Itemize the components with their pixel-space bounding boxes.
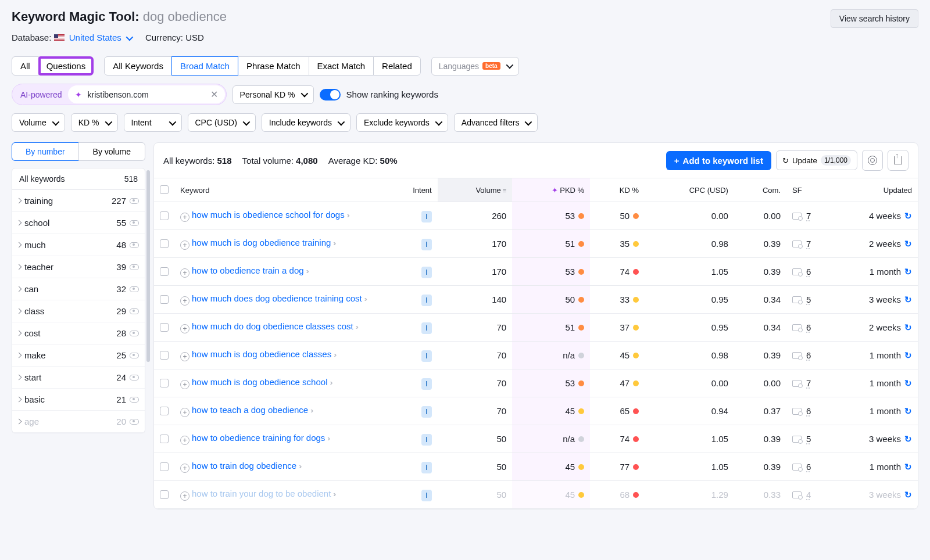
- keyword-link[interactable]: how to train dog obedience: [192, 461, 296, 471]
- refresh-icon[interactable]: ↻: [904, 434, 912, 444]
- col-updated[interactable]: Updated: [821, 178, 918, 202]
- eye-icon[interactable]: [130, 375, 139, 380]
- row-checkbox[interactable]: [160, 490, 169, 499]
- add-keyword-icon[interactable]: +: [180, 380, 189, 389]
- col-keyword[interactable]: Keyword: [174, 178, 384, 202]
- row-checkbox[interactable]: [160, 323, 169, 332]
- tab-all[interactable]: All: [12, 56, 39, 76]
- eye-icon[interactable]: [130, 242, 139, 248]
- row-checkbox[interactable]: [160, 435, 169, 443]
- keyword-link[interactable]: how much do dog obedience classes cost: [192, 321, 353, 331]
- sidebar-item-basic[interactable]: basic21: [12, 389, 145, 411]
- domain-input[interactable]: ✦ kristibenson.com ✕: [68, 85, 225, 103]
- personal-kd-dropdown[interactable]: Personal KD %: [233, 85, 314, 104]
- col-pkd[interactable]: ✦PKD %: [512, 178, 590, 202]
- serp-icon[interactable]: [792, 324, 802, 331]
- keyword-link[interactable]: how much is dog obedience training: [192, 238, 331, 247]
- tab-questions[interactable]: Questions: [38, 56, 94, 76]
- keyword-link[interactable]: how to train your dog to be obedient: [192, 489, 331, 498]
- serp-icon[interactable]: [792, 436, 802, 443]
- add-keyword-icon[interactable]: +: [180, 464, 189, 473]
- eye-icon[interactable]: [130, 397, 139, 403]
- view-search-history-button[interactable]: View search history: [831, 9, 918, 28]
- col-checkbox[interactable]: [154, 178, 174, 202]
- sidebar-item-make[interactable]: make25: [12, 344, 145, 367]
- sidebar-item-start[interactable]: start24: [12, 367, 145, 389]
- eye-icon[interactable]: [130, 308, 139, 314]
- row-checkbox[interactable]: [160, 295, 169, 304]
- refresh-icon[interactable]: ↻: [904, 239, 912, 249]
- refresh-icon[interactable]: ↻: [904, 350, 912, 360]
- filter-include[interactable]: Include keywords: [262, 113, 350, 132]
- serp-icon[interactable]: [792, 491, 802, 498]
- add-keyword-icon[interactable]: +: [180, 324, 189, 333]
- serp-icon[interactable]: [792, 352, 802, 359]
- refresh-icon[interactable]: ↻: [904, 267, 912, 277]
- col-intent[interactable]: Intent: [384, 178, 438, 202]
- serp-icon[interactable]: [792, 408, 802, 415]
- row-checkbox[interactable]: [160, 462, 169, 471]
- keyword-link[interactable]: how much is dog obedience classes: [192, 349, 331, 359]
- sidebar-scrollbar[interactable]: [146, 170, 150, 362]
- add-keyword-icon[interactable]: +: [180, 491, 189, 501]
- col-com[interactable]: Com.: [734, 178, 786, 202]
- sidebar-item-teacher[interactable]: teacher39: [12, 256, 145, 278]
- serp-icon[interactable]: [792, 268, 802, 275]
- refresh-icon[interactable]: ↻: [904, 462, 912, 472]
- sidebar-item-much[interactable]: much48: [12, 234, 145, 256]
- keyword-link[interactable]: how much does dog obedience training cos…: [192, 293, 362, 303]
- tab-exact-match[interactable]: Exact Match: [309, 56, 374, 76]
- export-button[interactable]: [888, 150, 908, 171]
- add-keyword-icon[interactable]: +: [180, 240, 189, 250]
- serp-icon[interactable]: [792, 240, 802, 247]
- serp-icon[interactable]: [792, 464, 802, 471]
- col-sf[interactable]: SF: [786, 178, 821, 202]
- side-tab-by-volume[interactable]: By volume: [78, 142, 146, 161]
- serp-icon[interactable]: [792, 213, 802, 220]
- col-volume[interactable]: Volume≡: [438, 178, 512, 202]
- keyword-link[interactable]: how much is dog obedience school: [192, 377, 327, 387]
- filter-intent[interactable]: Intent: [124, 113, 182, 132]
- sidebar-item-class[interactable]: class29: [12, 300, 145, 322]
- tab-broad-match[interactable]: Broad Match: [171, 56, 238, 76]
- eye-icon[interactable]: [130, 264, 139, 270]
- sidebar-item-training[interactable]: training227: [12, 190, 145, 212]
- eye-icon[interactable]: [130, 286, 139, 292]
- eye-icon[interactable]: [130, 220, 139, 226]
- row-checkbox[interactable]: [160, 267, 169, 276]
- serp-icon[interactable]: [792, 296, 802, 303]
- col-cpc[interactable]: CPC (USD): [645, 178, 734, 202]
- keyword-link[interactable]: how much is obedience school for dogs: [192, 210, 345, 220]
- filter-cpc[interactable]: CPC (USD): [188, 113, 256, 132]
- add-keyword-icon[interactable]: +: [180, 408, 189, 417]
- filter-exclude[interactable]: Exclude keywords: [356, 113, 448, 132]
- refresh-icon[interactable]: ↻: [904, 490, 912, 500]
- sidebar-item-cost[interactable]: cost28: [12, 322, 145, 344]
- filter-kd[interactable]: KD %: [71, 113, 118, 132]
- add-keyword-icon[interactable]: +: [180, 296, 189, 306]
- clear-domain-icon[interactable]: ✕: [210, 89, 218, 100]
- add-keyword-icon[interactable]: +: [180, 268, 189, 278]
- filter-volume[interactable]: Volume: [12, 113, 65, 132]
- sidebar-item-can[interactable]: can32: [12, 278, 145, 300]
- filter-advanced[interactable]: Advanced filters: [454, 113, 538, 132]
- add-keyword-icon[interactable]: +: [180, 213, 189, 222]
- settings-button[interactable]: [862, 150, 883, 171]
- eye-icon[interactable]: [130, 419, 139, 425]
- side-tab-by-number[interactable]: By number: [12, 142, 79, 161]
- serp-icon[interactable]: [792, 380, 802, 387]
- keyword-link[interactable]: how to obedience training for dogs: [192, 433, 325, 443]
- col-kd[interactable]: KD %: [590, 178, 645, 202]
- database-selector[interactable]: Database: United States: [12, 33, 131, 42]
- languages-dropdown[interactable]: Languages beta: [431, 57, 519, 76]
- row-checkbox[interactable]: [160, 211, 169, 220]
- update-button[interactable]: ↻Update1/1,000: [776, 150, 857, 170]
- show-ranking-toggle[interactable]: [320, 89, 341, 100]
- row-checkbox[interactable]: [160, 379, 169, 387]
- refresh-icon[interactable]: ↻: [904, 295, 912, 304]
- add-keyword-icon[interactable]: +: [180, 436, 189, 445]
- row-checkbox[interactable]: [160, 407, 169, 415]
- sidebar-item-age[interactable]: age20: [12, 411, 145, 433]
- row-checkbox[interactable]: [160, 351, 169, 360]
- refresh-icon[interactable]: ↻: [904, 211, 912, 221]
